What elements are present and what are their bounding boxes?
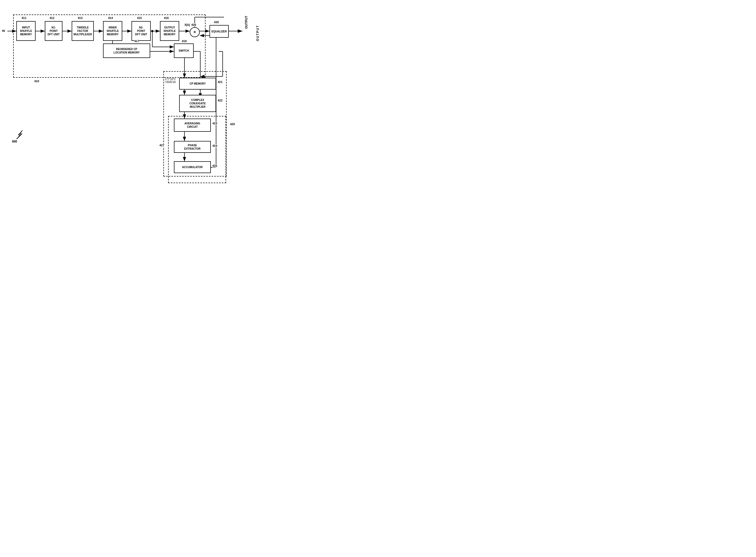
complex-conjugate-block: COMPLEX CONJUGATE MULTIPLIER — [179, 95, 216, 112]
lightning-icon — [14, 129, 28, 140]
diagram-ref — [14, 129, 28, 141]
label-400: 400 — [12, 140, 17, 143]
label-422: 422 — [217, 99, 223, 102]
xk-label: X[k] — [184, 23, 190, 26]
phase-extractor-block: PHASE EXTRACTOR — [174, 141, 211, 153]
dashed-box-410 — [13, 14, 206, 78]
multiplier-circle: × — [190, 27, 200, 37]
output-arrow — [229, 28, 244, 34]
in-label: IN — [2, 29, 5, 32]
label-430: 430 — [214, 21, 219, 24]
output-text: OUTPUT — [256, 25, 260, 41]
cp-memory-block: CP MEMORY — [179, 78, 216, 90]
diagram: IN INPUT SHUFFLE MEMORY 411 N1- POINT DF… — [0, 0, 263, 195]
label-427: 427 — [159, 144, 164, 147]
output-label: OUTPUT — [244, 16, 248, 29]
averaging-circuit-block: AVERAGING CIRCUIT — [174, 119, 211, 132]
cp-memory-note: 177*10*2=3540 bit — [165, 78, 175, 84]
label-421: 421 — [217, 80, 223, 84]
label-420: 420 — [230, 122, 235, 126]
accumulator-block: ACCUMULATOR — [174, 161, 211, 173]
label-426: 426 — [191, 23, 196, 26]
label-425: 425 — [212, 164, 217, 167]
label-424: 424 — [212, 144, 217, 147]
label-423: 423 — [212, 122, 217, 125]
label-410: 410 — [34, 80, 39, 83]
equalizer-block: EQUALIZER — [209, 25, 229, 38]
